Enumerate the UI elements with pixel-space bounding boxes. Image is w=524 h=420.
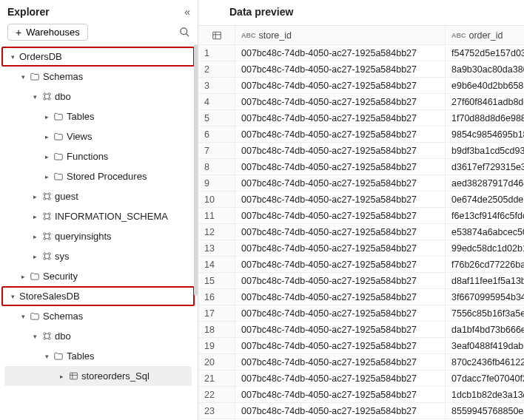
tree-node-security[interactable]: ▸ Security bbox=[1, 266, 195, 286]
tree-node-schemas-2[interactable]: ▾ Schemas bbox=[1, 306, 195, 326]
tree-node-ordersdb[interactable]: ▾ OrdersDB bbox=[1, 47, 195, 67]
chevron-down-icon[interactable]: ▾ bbox=[18, 73, 28, 81]
grid-row[interactable]: 17007bc48c-74db-4050-ac27-1925a584bb2775… bbox=[198, 305, 524, 322]
column-header-store-id[interactable]: ABC store_id bbox=[235, 26, 446, 44]
tree-node-queryinsights[interactable]: ▸ queryinsights bbox=[1, 226, 195, 246]
grid-row[interactable]: 5007bc48c-74db-4050-ac27-1925a584bb271f7… bbox=[198, 110, 524, 126]
row-number-cell: 13 bbox=[198, 240, 235, 256]
tree-node-information-schema[interactable]: ▸ INFORMATION_SCHEMA bbox=[1, 206, 195, 226]
tree-node-storeorders-sql[interactable]: ▸ storeorders_Sql bbox=[4, 366, 192, 386]
chevron-down-icon[interactable]: ▾ bbox=[41, 353, 52, 360]
tree-node-stored-procedures[interactable]: ▸ Stored Procedures bbox=[1, 166, 195, 186]
grid-row[interactable]: 18007bc48c-74db-4050-ac27-1925a584bb27da… bbox=[198, 322, 524, 338]
chevron-right-icon[interactable]: ▸ bbox=[18, 273, 28, 280]
grid-row[interactable]: 19007bc48c-74db-4050-ac27-1925a584bb273e… bbox=[198, 338, 524, 354]
tree-label: Security bbox=[41, 271, 78, 282]
chevron-down-icon[interactable]: ▾ bbox=[18, 313, 28, 320]
grid-row[interactable]: 20007bc48c-74db-4050-ac27-1925a584bb2787… bbox=[198, 354, 524, 370]
schema-icon bbox=[40, 211, 53, 221]
tree-label: Schemas bbox=[41, 311, 83, 322]
chevron-right-icon[interactable]: ▸ bbox=[56, 373, 67, 380]
cell-order-id: f76b26cd77226ba5 bbox=[446, 257, 524, 272]
svg-point-34 bbox=[43, 253, 45, 255]
cell-order-id: d8af11fee1f5a13bf bbox=[446, 273, 524, 288]
search-icon[interactable] bbox=[179, 27, 190, 38]
chevron-down-icon[interactable]: ▾ bbox=[30, 333, 40, 340]
svg-point-13 bbox=[48, 197, 50, 200]
add-warehouses-button[interactable]: + Warehouses bbox=[7, 24, 88, 41]
svg-point-2 bbox=[43, 93, 45, 95]
chevron-right-icon[interactable]: ▸ bbox=[41, 173, 52, 180]
grid-row[interactable]: 22007bc48c-74db-4050-ac27-1925a584bb271d… bbox=[198, 387, 524, 403]
tree-node-guest[interactable]: ▸ guest bbox=[1, 186, 195, 206]
grid-row[interactable]: 8007bc48c-74db-4050-ac27-1925a584bb27d36… bbox=[198, 159, 524, 175]
chevron-right-icon[interactable]: ▸ bbox=[41, 113, 52, 121]
grid-row[interactable]: 10007bc48c-74db-4050-ac27-1925a584bb270e… bbox=[198, 192, 524, 208]
cell-store-id: 007bc48c-74db-4050-ac27-1925a584bb27 bbox=[235, 403, 446, 419]
column-header-order-id[interactable]: ABC order_id bbox=[446, 26, 524, 44]
cell-store-id: 007bc48c-74db-4050-ac27-1925a584bb27 bbox=[235, 273, 446, 288]
folder-icon bbox=[28, 271, 41, 282]
chevron-down-icon[interactable]: ▾ bbox=[30, 93, 40, 101]
grid-row[interactable]: 6007bc48c-74db-4050-ac27-1925a584bb27985… bbox=[198, 126, 524, 143]
folder-icon bbox=[52, 351, 65, 362]
grid-row[interactable]: 23007bc48c-74db-4050-ac27-1925a584bb2785… bbox=[198, 403, 524, 419]
chevron-right-icon[interactable]: ▸ bbox=[30, 233, 40, 240]
column-label: order_id bbox=[469, 30, 503, 41]
cell-order-id: e53874a6abcec503 bbox=[446, 224, 524, 240]
chevron-right-icon[interactable]: ▸ bbox=[30, 253, 40, 260]
tree-label: guest bbox=[53, 191, 78, 202]
grid-row[interactable]: 9007bc48c-74db-4050-ac27-1925a584bb27aed… bbox=[198, 175, 524, 192]
grid-row[interactable]: 2007bc48c-74db-4050-ac27-1925a584bb278a9… bbox=[198, 61, 524, 78]
tree-label: Stored Procedures bbox=[65, 171, 147, 182]
grid-row[interactable]: 1007bc48c-74db-4050-ac27-1925a584bb27f54… bbox=[198, 45, 524, 61]
chevron-down-icon[interactable]: ▾ bbox=[7, 53, 18, 61]
tree-node-schemas[interactable]: ▾ Schemas bbox=[1, 67, 195, 87]
cell-store-id: 007bc48c-74db-4050-ac27-1925a584bb27 bbox=[235, 322, 446, 337]
cell-store-id: 007bc48c-74db-4050-ac27-1925a584bb27 bbox=[235, 110, 446, 126]
grid-row[interactable]: 14007bc48c-74db-4050-ac27-1925a584bb27f7… bbox=[198, 257, 524, 273]
grid-row[interactable]: 11007bc48c-74db-4050-ac27-1925a584bb27f6… bbox=[198, 208, 524, 224]
tree-node-sys[interactable]: ▸ sys bbox=[1, 246, 195, 266]
tree-label: Functions bbox=[65, 151, 108, 162]
svg-point-19 bbox=[48, 213, 50, 215]
grid-row[interactable]: 7007bc48c-74db-4050-ac27-1925a584bb27b9d… bbox=[198, 143, 524, 159]
chevron-right-icon[interactable]: ▸ bbox=[30, 193, 40, 200]
cell-store-id: 007bc48c-74db-4050-ac27-1925a584bb27 bbox=[235, 208, 446, 223]
grid-row[interactable]: 21007bc48c-74db-4050-ac27-1925a584bb2707… bbox=[198, 370, 524, 387]
svg-point-36 bbox=[43, 257, 45, 260]
grid-row[interactable]: 16007bc48c-74db-4050-ac27-1925a584bb273f… bbox=[198, 289, 524, 305]
tree-label: dbo bbox=[53, 91, 71, 102]
tree-node-dbo-2[interactable]: ▾ dbo bbox=[1, 326, 195, 346]
row-number-header[interactable] bbox=[198, 26, 235, 44]
grid-row[interactable]: 12007bc48c-74db-4050-ac27-1925a584bb27e5… bbox=[198, 224, 524, 240]
row-number-cell: 10 bbox=[198, 192, 235, 207]
schema-icon bbox=[40, 251, 53, 261]
tree-label: Tables bbox=[65, 111, 95, 122]
chevron-right-icon[interactable]: ▸ bbox=[30, 213, 40, 220]
explorer-title: Explorer bbox=[7, 6, 50, 18]
grid-row[interactable]: 15007bc48c-74db-4050-ac27-1925a584bb27d8… bbox=[198, 273, 524, 289]
chevron-right-icon[interactable]: ▸ bbox=[41, 133, 52, 140]
scrollbar-thumb[interactable] bbox=[194, 44, 198, 296]
cell-store-id: 007bc48c-74db-4050-ac27-1925a584bb27 bbox=[235, 61, 446, 77]
collapse-panel-icon[interactable]: « bbox=[184, 6, 190, 18]
grid-row[interactable]: 13007bc48c-74db-4050-ac27-1925a584bb2799… bbox=[198, 240, 524, 257]
datatype-text-icon: ABC bbox=[451, 32, 466, 39]
tree-node-tables-2[interactable]: ▾ Tables bbox=[1, 346, 195, 366]
tree-node-dbo[interactable]: ▾ dbo bbox=[1, 87, 195, 106]
grid-row[interactable]: 3007bc48c-74db-4050-ac27-1925a584bb27e9b… bbox=[198, 78, 524, 94]
explorer-panel: Explorer « + Warehouses ▾ OrdersDB ▾ bbox=[0, 0, 198, 420]
tree-node-storesalesdb[interactable]: ▾ StoreSalesDB bbox=[1, 286, 195, 306]
tree-node-tables[interactable]: ▸ Tables bbox=[1, 106, 195, 126]
cell-store-id: 007bc48c-74db-4050-ac27-1925a584bb27 bbox=[235, 175, 446, 191]
tree-node-views[interactable]: ▸ Views bbox=[1, 126, 195, 146]
tree-label: StoreSalesDB bbox=[18, 291, 80, 302]
chevron-down-icon[interactable]: ▾ bbox=[7, 293, 18, 300]
tree-node-functions[interactable]: ▸ Functions bbox=[1, 146, 195, 166]
chevron-right-icon[interactable]: ▸ bbox=[41, 153, 52, 160]
grid-row[interactable]: 4007bc48c-74db-4050-ac27-1925a584bb2727f… bbox=[198, 94, 524, 110]
folder-icon bbox=[28, 311, 41, 322]
schema-icon bbox=[40, 92, 53, 101]
table-icon bbox=[67, 371, 80, 381]
